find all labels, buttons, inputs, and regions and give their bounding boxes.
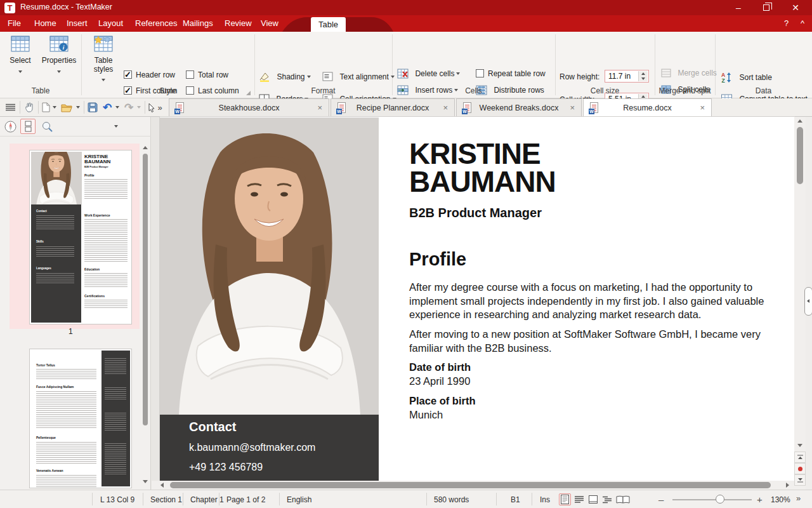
sidebar-scrollbar[interactable] [141,145,150,490]
menu-layout[interactable]: Layout [97,15,124,32]
table-styles-button[interactable]: Table styles [88,36,119,85]
menu-mailings[interactable]: Mailings [181,15,214,32]
menu-insert[interactable]: Insert [65,15,89,32]
open-button[interactable] [60,100,74,114]
resume-name-heading[interactable]: KRISTINEBAUMANN [409,140,556,196]
style-indicator[interactable]: B1 [511,495,520,504]
horizontal-scrollbar-thumb[interactable] [170,482,771,488]
sidebar-toggle-button[interactable] [4,100,16,114]
pages-mode-button[interactable] [20,119,36,134]
spin-up-icon[interactable] [641,72,645,75]
restore-button[interactable] [753,0,780,15]
view-continuous-button[interactable] [573,493,585,505]
tab-close-icon[interactable]: × [700,103,705,112]
scroll-up-icon[interactable] [143,146,148,149]
pob-label[interactable]: Place of birth [409,395,476,407]
row-height-input[interactable]: 11.7 in [605,70,649,83]
doc-tab-weekend-breaks[interactable]: W Weekend Breaks.docx × [456,98,582,116]
browse-object-button[interactable] [794,463,806,474]
close-button[interactable]: ✕ [782,0,809,15]
new-document-button[interactable] [41,100,51,114]
select-button[interactable]: Select [5,36,36,76]
delete-cells-button[interactable]: Delete cells [397,67,460,79]
page-thumbnail-1[interactable]: Contact Skills Languages KRISTINEBAUMANN… [10,144,140,329]
next-page-button[interactable] [794,474,806,486]
shading-button[interactable]: Shading [259,70,311,82]
scroll-up-icon[interactable] [797,119,802,123]
sidebar-options-dropdown[interactable] [110,119,122,134]
dob-value[interactable]: 23 April 1990 [409,375,470,387]
text-alignment-button[interactable]: Text alignment [322,70,395,82]
right-panel-collapse-handle[interactable] [804,287,812,316]
pob-value[interactable]: Munich [409,409,443,421]
collapse-ribbon-button[interactable]: ^ [801,15,804,32]
menu-home[interactable]: Home [33,15,58,32]
section-indicator[interactable]: Section 1 [150,495,182,504]
tab-close-icon[interactable]: × [443,103,448,112]
sort-table-button[interactable]: A Z Sort table [721,71,772,83]
scroll-right-icon[interactable] [786,483,789,488]
doc-tab-resume[interactable]: W Resume.docx × [583,98,712,117]
document-page[interactable]: Contact k.baumann@softmaker.com +49 123 … [160,117,794,481]
contact-heading[interactable]: Contact [189,420,236,434]
doc-tab-recipe-planner[interactable]: W Recipe Planner.docx × [331,98,455,116]
checkbox-total-row[interactable]: Total row [186,69,228,80]
style-group-dialog-launcher[interactable] [246,91,251,95]
zoom-slider-knob[interactable] [716,495,724,504]
scroll-left-icon[interactable] [160,483,164,488]
view-book-button[interactable] [615,493,631,505]
zoom-in-button[interactable]: + [757,494,763,505]
properties-button[interactable]: i Properties [39,36,79,76]
tab-close-icon[interactable]: × [570,103,575,112]
row-height-spinner[interactable] [638,71,648,81]
total-row-checkbox[interactable] [186,70,194,79]
menu-references[interactable]: References [134,15,178,32]
word-count[interactable]: 580 words [434,495,469,504]
menu-view[interactable]: View [259,15,280,32]
search-mode-button[interactable] [39,119,55,134]
new-document-dropdown[interactable] [51,100,58,114]
doc-tab-steakhouse[interactable]: W Steakhouse.docx × [169,98,329,116]
menu-file[interactable]: File [6,15,22,32]
undo-button[interactable]: ↶ [102,100,113,114]
profile-paragraph-1[interactable]: After my degree course with a focus on m… [409,281,764,322]
menu-review[interactable]: Review [223,15,253,32]
previous-page-button[interactable] [794,451,806,463]
spin-up-icon[interactable] [641,95,645,98]
view-fullscreen-button[interactable] [587,493,599,505]
repeat-table-row-checkbox-row[interactable]: Repeat table row [476,67,546,79]
tab-close-icon[interactable]: × [317,103,322,112]
zoom-slider-track[interactable] [672,499,752,500]
resume-role[interactable]: B2B Product Manager [409,206,542,220]
navigation-mode-button[interactable] [3,119,18,134]
scroll-down-icon[interactable] [143,480,148,483]
statusbar-overflow-button[interactable]: » [796,493,801,503]
zoom-level[interactable]: 130% [771,495,790,504]
checkbox-header-row[interactable]: Header row [124,69,175,80]
toolbar-overflow-button[interactable]: » [156,100,164,114]
spin-down-icon[interactable] [641,77,645,80]
open-dropdown[interactable] [75,100,81,114]
contact-email[interactable]: k.baumann@softmaker.com [189,442,315,453]
insert-mode-indicator[interactable]: Ins [540,495,550,504]
page-indicator[interactable]: Page 1 of 2 [226,495,265,504]
save-button[interactable] [86,100,99,114]
scroll-down-icon[interactable] [797,444,802,447]
tab-table[interactable]: Table [311,17,346,32]
profile-heading[interactable]: Profile [409,249,466,270]
header-row-checkbox[interactable] [124,70,132,79]
minimize-button[interactable]: – [725,0,752,15]
cursor-position[interactable]: L 13 Col 9 [100,495,134,504]
view-standard-button[interactable] [559,493,571,505]
vertical-scrollbar-thumb[interactable] [797,127,803,184]
sidebar-scrollbar-thumb[interactable] [143,154,148,425]
zoom-out-button[interactable]: – [658,494,664,505]
view-outline-button[interactable] [601,493,613,505]
undo-dropdown[interactable] [114,100,121,114]
profile-paragraph-2[interactable]: After moving to a new position at SoftMa… [409,328,764,355]
page-thumbnail-2[interactable]: Tortor Tellus Fusce Adipiscing Nullam Pe… [30,349,131,488]
repeat-table-row-checkbox[interactable] [476,69,484,77]
contact-phone[interactable]: +49 123 456789 [189,462,263,473]
dob-label[interactable]: Date of birth [409,361,471,373]
help-button[interactable]: ? [784,15,789,32]
